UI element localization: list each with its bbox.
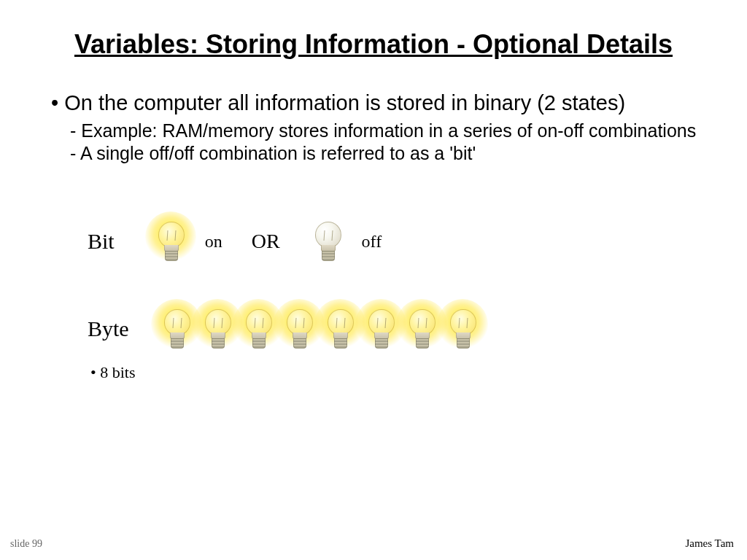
sub-bullet-1: Example: RAM/memory stores information i… — [70, 120, 718, 142]
lightbulb-on-icon — [444, 306, 481, 351]
byte-label: Byte — [88, 316, 129, 341]
lightbulb-on-icon — [322, 306, 358, 351]
or-label: OR — [252, 230, 280, 253]
bit-label: Bit — [88, 229, 115, 254]
byte-bulbs — [158, 306, 481, 351]
lightbulb-on-icon — [281, 306, 317, 351]
author: James Tam — [685, 537, 734, 550]
lightbulb-on-icon — [363, 306, 399, 351]
lightbulb-on-icon — [152, 219, 189, 264]
sub-bullet-2: A single off/off combination is referred… — [70, 142, 718, 165]
byte-sub: • 8 bits — [90, 363, 481, 382]
on-label: on — [205, 232, 222, 252]
slide: Variables: Storing Information - Optiona… — [0, 0, 747, 560]
off-label: off — [362, 232, 382, 252]
slide-title: Variables: Storing Information - Optiona… — [0, 29, 747, 60]
lightbulb-on-icon — [199, 306, 236, 351]
byte-row: Byte — [88, 306, 481, 351]
lightbulb-on-icon — [240, 306, 276, 351]
sub-bullets: Example: RAM/memory stores information i… — [70, 120, 718, 166]
lightbulb-on-icon — [158, 306, 195, 351]
lightbulb-on-icon — [403, 306, 440, 351]
bit-row: Bit on OR off — [88, 219, 382, 264]
slide-number: slide 99 — [10, 538, 42, 550]
byte-block: Byte • 8 bits — [88, 306, 481, 382]
lightbulb-off-icon — [309, 219, 346, 264]
main-bullet: On the computer all information is store… — [51, 91, 718, 115]
slide-body: On the computer all information is store… — [51, 91, 718, 166]
